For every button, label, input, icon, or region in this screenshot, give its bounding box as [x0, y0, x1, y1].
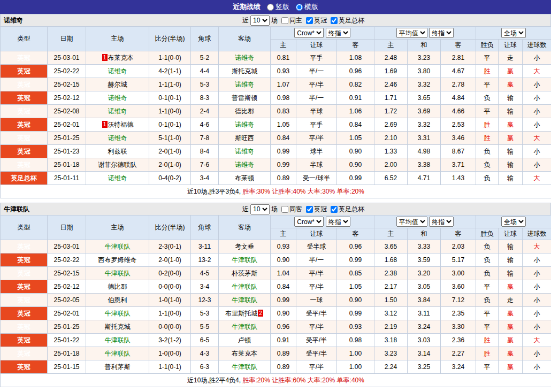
home-team-name[interactable]: 诺维奇: [108, 94, 127, 102]
away-team-name[interactable]: 斯旺西: [235, 134, 254, 142]
league-checkbox[interactable]: [306, 17, 313, 24]
facup-checkbox[interactable]: [331, 206, 338, 213]
fulltime-select[interactable]: 全场: [501, 28, 526, 38]
match-row: 英冠25-02-011沃特福德0-1(0-1)4-6诺维奇1.05平手0.842…: [1, 118, 551, 132]
league-type-cell[interactable]: 英冠: [1, 334, 48, 347]
away-team-name[interactable]: 诺维奇: [235, 54, 254, 62]
away-team-name[interactable]: 诺维奇: [235, 121, 254, 128]
same-venue-checkbox[interactable]: [281, 17, 288, 24]
odds-source-select[interactable]: Crow*: [294, 28, 324, 38]
home-team-name[interactable]: 普利茅斯: [105, 363, 131, 371]
home-team-name[interactable]: 赫尔城: [108, 81, 127, 88]
fulltime-select[interactable]: 全场: [501, 217, 526, 227]
home-team-name[interactable]: 牛津联队: [105, 270, 131, 277]
horizontal-radio-label: 横版: [304, 2, 318, 12]
away-odds-cell: 1.00: [337, 347, 374, 360]
home-team-name[interactable]: 诺维奇: [108, 67, 127, 75]
home-team-name[interactable]: 牛津联队: [105, 243, 131, 250]
league-type-cell[interactable]: 英冠: [1, 65, 48, 78]
home-team-name[interactable]: 诺维奇: [108, 134, 127, 142]
layout-radio-vertical[interactable]: 竖版: [267, 2, 289, 12]
match-row: 英冠25-01-15普利茅斯1-1(0-1)6-3牛津联队0.89平/半1.00…: [1, 360, 551, 374]
away-team-name[interactable]: 布莱克本: [232, 350, 257, 357]
goals-result-cell: 小: [523, 51, 551, 65]
avg-time-select[interactable]: 终指: [429, 28, 454, 38]
home-team-name[interactable]: 伯恩利: [108, 296, 127, 304]
league-type-cell[interactable]: 英冠: [1, 267, 48, 280]
away-team-name[interactable]: 朴茨茅斯: [232, 270, 257, 277]
home-team-name[interactable]: 西布罗姆维奇: [98, 256, 137, 264]
league-type-cell[interactable]: 英冠: [1, 132, 48, 145]
same-venue-checkbox[interactable]: [281, 206, 288, 213]
away-team-name[interactable]: 牛津联队: [232, 283, 257, 290]
league-type-cell[interactable]: 英冠: [1, 240, 48, 253]
odds-time-select[interactable]: 终指: [326, 217, 350, 227]
league-type-cell[interactable]: 英冠: [1, 253, 48, 267]
home-team-name[interactable]: 诺维奇: [108, 107, 127, 115]
league-type-cell[interactable]: 英冠: [1, 118, 48, 132]
league-filter[interactable]: 英冠: [304, 205, 327, 214]
match-count-select[interactable]: 10: [250, 204, 270, 214]
away-team-name[interactable]: 斯托克城: [232, 67, 257, 75]
league-checkbox[interactable]: [306, 206, 313, 213]
league-type-cell[interactable]: 英冠: [1, 307, 48, 320]
league-type-cell[interactable]: 英冠: [1, 105, 48, 118]
home-team-cell: 诺维奇: [86, 132, 149, 145]
match-count-select[interactable]: 10: [250, 16, 270, 26]
home-team-name[interactable]: 诺维奇: [108, 174, 127, 182]
facup-checkbox[interactable]: [331, 17, 338, 24]
home-team-name[interactable]: 牛津联队: [105, 336, 131, 344]
avg-time-select[interactable]: 终指: [429, 217, 454, 227]
league-type-cell[interactable]: 英冠: [1, 51, 48, 65]
away-team-name[interactable]: 布里斯托城: [225, 310, 257, 317]
horizontal-radio[interactable]: [296, 4, 303, 11]
avg-home-cell: 2.69: [374, 118, 408, 132]
odds-source-select[interactable]: Crow*: [294, 217, 324, 227]
home-team-name[interactable]: 布莱克本: [108, 54, 134, 62]
league-type-cell[interactable]: 英冠: [1, 320, 48, 334]
home-team-name[interactable]: 利兹联: [108, 148, 127, 155]
away-team-name[interactable]: 牛津联队: [232, 296, 257, 304]
away-team-name[interactable]: 布莱顿: [235, 174, 254, 182]
same-venue-filter[interactable]: 同客: [279, 205, 302, 214]
layout-radio-horizontal[interactable]: 横版: [296, 2, 318, 12]
same-venue-filter[interactable]: 同主: [279, 16, 302, 25]
league-type-cell[interactable]: 英足总杯: [1, 172, 48, 185]
league-type-cell[interactable]: 英冠: [1, 280, 48, 294]
wdl-result-cell: 平: [476, 307, 499, 320]
away-team-name[interactable]: 牛津联队: [232, 323, 257, 330]
away-team-name[interactable]: 考文垂: [235, 243, 254, 250]
league-type-cell[interactable]: 英冠: [1, 158, 48, 172]
facup-filter[interactable]: 英足总杯: [328, 205, 364, 214]
home-team-name[interactable]: 德比郡: [108, 283, 127, 290]
avg-select[interactable]: 平均值: [396, 217, 427, 227]
home-team-name[interactable]: 沃特福德: [108, 121, 134, 128]
league-type-cell[interactable]: 英冠: [1, 360, 48, 374]
home-team-name[interactable]: 牛津联队: [105, 310, 131, 317]
home-team-name[interactable]: 谢菲尔德联队: [98, 161, 137, 168]
league-type-cell[interactable]: 英冠: [1, 294, 48, 307]
avg-home-cell: 1.72: [374, 105, 408, 118]
away-team-name[interactable]: 牛津联队: [232, 256, 257, 264]
league-filter[interactable]: 英冠: [304, 16, 327, 25]
away-team-name[interactable]: 牛津联队: [232, 363, 257, 371]
avg-home-cell: 3.12: [374, 307, 408, 320]
avg-select[interactable]: 平均值: [396, 28, 427, 38]
league-type-cell[interactable]: 英冠: [1, 78, 48, 91]
away-team-cell: 牛津联队: [219, 360, 271, 374]
league-type-cell[interactable]: 英冠: [1, 91, 48, 105]
league-type-cell[interactable]: 英冠: [1, 145, 48, 158]
vertical-radio[interactable]: [267, 4, 274, 11]
away-team-name[interactable]: 普雷斯顿: [232, 94, 257, 102]
facup-filter[interactable]: 英足总杯: [328, 16, 364, 25]
home-team-name[interactable]: 斯托克城: [105, 323, 131, 330]
odds-time-select[interactable]: 终指: [326, 28, 350, 38]
away-team-name[interactable]: 卢顿: [238, 336, 251, 344]
away-team-name[interactable]: 诺维奇: [235, 148, 254, 155]
away-team-name[interactable]: 诺维奇: [235, 161, 254, 168]
away-team-name[interactable]: 诺维奇: [235, 81, 254, 88]
home-team-name[interactable]: 牛津联队: [105, 350, 131, 357]
league-type-cell[interactable]: 英冠: [1, 347, 48, 360]
home-odds-cell: 0.99: [271, 158, 296, 172]
away-team-name[interactable]: 德比郡: [235, 107, 254, 115]
